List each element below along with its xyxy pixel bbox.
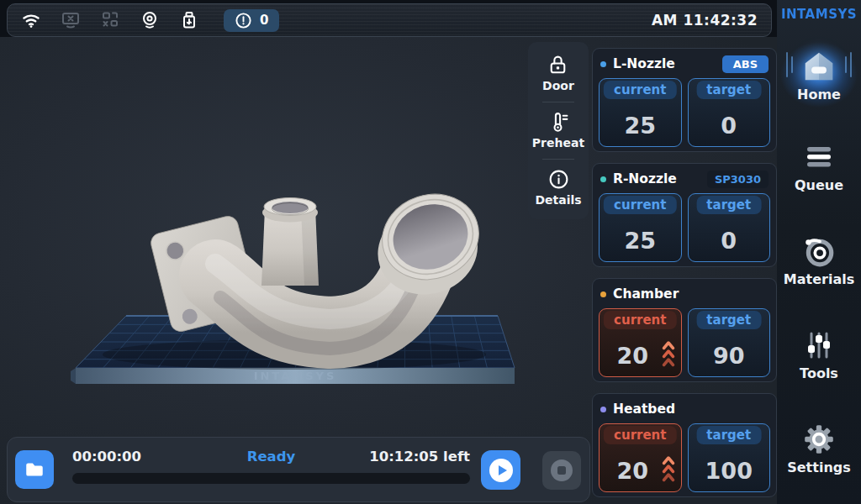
preheat-button[interactable]: Preheat <box>532 108 584 154</box>
r-nozzle-current-card: current 25 <box>599 193 682 262</box>
details-info-icon <box>547 168 570 191</box>
wifi-icon <box>21 10 41 30</box>
chamber-target-value: 90 <box>689 343 770 369</box>
preheat-label: Preheat <box>532 136 584 150</box>
home-icon <box>801 49 837 84</box>
alerts-badge[interactable]: 0 <box>224 9 279 32</box>
camera-icon <box>140 10 160 30</box>
l-nozzle-material-badge: ABS <box>722 55 769 73</box>
l-nozzle-target-card[interactable]: target 0 <box>688 78 771 147</box>
l-nozzle-current-value: 25 <box>600 113 681 139</box>
details-label: Details <box>535 193 581 207</box>
heatbed-target-value: 100 <box>689 458 770 484</box>
l-nozzle-current-card: current 25 <box>599 78 682 147</box>
settings-gear-icon <box>801 422 837 457</box>
quick-actions-panel: Door Preheat Details <box>528 42 589 219</box>
chamber-status-dot <box>600 291 606 297</box>
start-print-button[interactable] <box>481 450 520 490</box>
sidebar-item-materials[interactable]: Materials <box>777 234 861 287</box>
heating-up-icon <box>662 455 675 484</box>
folder-icon <box>24 459 45 480</box>
chamber-target-card[interactable]: target 90 <box>688 308 771 377</box>
l-nozzle-name: L-Nozzle <box>613 56 675 71</box>
r-nozzle-material-badge: SP3030 <box>707 171 769 188</box>
sidebar-item-settings[interactable]: Settings <box>777 422 861 475</box>
temp-panel-chamber[interactable]: Chamber current 20 target 90 <box>592 278 777 382</box>
divider <box>542 159 574 160</box>
alert-icon <box>235 12 252 29</box>
stop-icon <box>550 459 573 482</box>
target-label: target <box>696 196 761 214</box>
sidebar-label-home: Home <box>797 87 841 102</box>
brand-logo: INTAMSYS <box>777 5 861 22</box>
nav-sidebar: INTAMSYS Home <box>777 0 861 504</box>
play-icon <box>489 458 514 483</box>
chamber-current-card: current 20 <box>599 308 682 377</box>
sidebar-label-tools: Tools <box>800 365 838 381</box>
temperature-panels: L-Nozzle ABS current 25 target 0 R-Nozzl… <box>592 48 777 497</box>
current-label: current <box>604 196 676 214</box>
heatbed-name: Heatbed <box>613 402 675 417</box>
current-label: current <box>604 81 676 99</box>
heatbed-status-dot <box>600 407 606 412</box>
temp-panel-heatbed[interactable]: Heatbed current 20 target 100 <box>592 393 777 497</box>
sidebar-label-settings: Settings <box>787 459 851 475</box>
heatbed-target-card[interactable]: target 100 <box>688 423 771 492</box>
usb-drive-icon <box>179 10 199 30</box>
details-button[interactable]: Details <box>535 165 581 211</box>
stop-print-button[interactable] <box>542 451 581 490</box>
current-label: current <box>604 311 676 329</box>
tools-sliders-icon <box>802 328 836 363</box>
sidebar-label-queue: Queue <box>795 177 843 193</box>
materials-spool-icon <box>801 234 837 269</box>
r-nozzle-name: R-Nozzle <box>613 171 677 186</box>
r-nozzle-current-value: 25 <box>600 228 681 254</box>
screen-cast-off-icon <box>100 10 120 30</box>
door-label: Door <box>542 79 574 92</box>
file-browser-button[interactable] <box>15 450 54 489</box>
heatbed-current-card: current 20 <box>599 423 682 492</box>
print-progress-bar <box>72 473 470 484</box>
r-nozzle-status-dot <box>600 176 606 182</box>
temp-panel-r-nozzle[interactable]: R-Nozzle SP3030 current 25 target 0 <box>592 163 777 267</box>
temp-panel-l-nozzle[interactable]: L-Nozzle ABS current 25 target 0 <box>592 48 777 152</box>
sidebar-item-tools[interactable]: Tools <box>777 328 861 381</box>
printer-home-screen: INTAMSYS <box>0 0 861 504</box>
door-lock-icon <box>547 54 569 76</box>
divider <box>542 102 574 102</box>
l-nozzle-target-value: 0 <box>689 113 770 139</box>
queue-icon <box>802 139 836 175</box>
l-nozzle-status-dot <box>600 61 606 67</box>
door-button[interactable]: Door <box>542 50 574 97</box>
preheat-thermometer-icon <box>547 111 569 134</box>
alert-count: 0 <box>260 13 268 28</box>
sidebar-item-queue[interactable]: Queue <box>777 139 861 193</box>
target-label: target <box>696 426 761 444</box>
current-label: current <box>604 426 676 444</box>
r-nozzle-target-card[interactable]: target 0 <box>688 193 771 262</box>
plate-watermark: INTAMSYS <box>254 370 337 382</box>
sidebar-item-home[interactable]: Home <box>777 49 861 102</box>
target-label: target <box>696 311 761 329</box>
chamber-name: Chamber <box>613 286 679 302</box>
remaining-time: 10:12:05 left <box>369 449 470 465</box>
r-nozzle-target-value: 0 <box>689 228 770 254</box>
display-disconnected-icon <box>61 10 81 30</box>
sidebar-label-materials: Materials <box>784 271 854 287</box>
print-control-bar: 00:00:00 Ready 10:12:05 left <box>7 437 590 502</box>
clock: AM 11:42:32 <box>652 12 758 29</box>
target-label: target <box>696 81 761 99</box>
status-bar: 0 AM 11:42:32 <box>7 3 772 37</box>
print-time-row: 00:00:00 Ready 10:12:05 left <box>72 449 470 467</box>
heating-up-icon <box>662 340 675 369</box>
